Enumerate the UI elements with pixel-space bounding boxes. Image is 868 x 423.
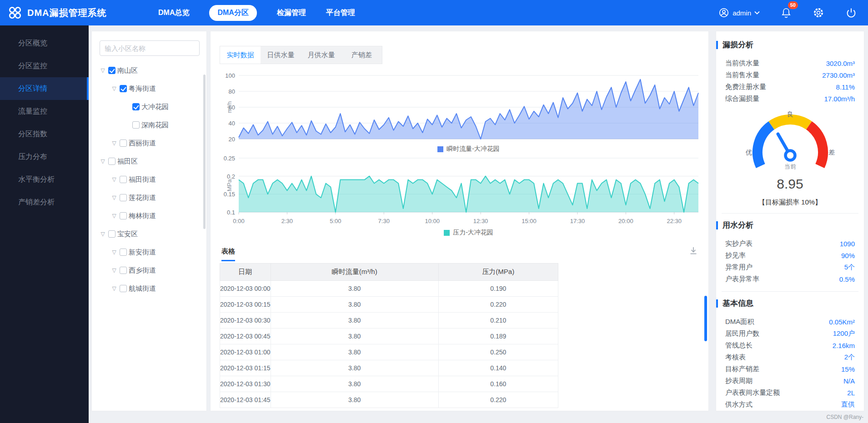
info-label: 管线总长 — [725, 341, 753, 350]
caret-down-icon[interactable]: ▽ — [111, 285, 117, 292]
tree-node-10[interactable]: ▽新安街道 — [92, 243, 206, 261]
tree-node-7[interactable]: ▽莲花街道 — [92, 189, 206, 207]
table-scrollbar[interactable] — [704, 296, 707, 341]
tree-node-label[interactable]: 新安街道 — [129, 248, 156, 257]
info-value: 2.16km — [833, 342, 855, 349]
nav-item-3[interactable]: 平台管理 — [326, 8, 355, 18]
tree-checkbox[interactable] — [120, 194, 127, 201]
info-label: 考核表 — [725, 353, 746, 362]
table-row: 2020-12-03 01:153.800.140 — [220, 360, 558, 376]
nav-item-1[interactable]: DMA分区 — [209, 5, 256, 21]
info-value: N/A — [843, 377, 855, 385]
tree-checkbox[interactable] — [120, 139, 127, 147]
tree-node-label[interactable]: 南山区 — [117, 66, 138, 75]
caret-down-icon[interactable]: ▽ — [111, 213, 117, 219]
tree-node-4[interactable]: ▽西丽街道 — [92, 134, 206, 152]
tree-checkbox[interactable] — [108, 230, 115, 238]
tree-node-6[interactable]: ▽福田街道 — [92, 170, 206, 189]
tree-checkbox[interactable] — [120, 212, 127, 219]
tree-node-0[interactable]: ▽南山区 — [92, 61, 206, 80]
tree-node-8[interactable]: ▽梅林街道 — [92, 207, 206, 225]
section-leak-analysis: 漏损分析 — [716, 40, 855, 50]
tree-checkbox[interactable] — [120, 85, 127, 92]
sidebar-item-1[interactable]: 分区监控 — [0, 55, 89, 77]
tree-node-label[interactable]: 福田区 — [117, 157, 138, 166]
user-menu[interactable]: admin — [718, 7, 760, 18]
sidebar-item-7[interactable]: 产销差分析 — [0, 191, 89, 214]
tree-node-label[interactable]: 莲花街道 — [129, 194, 156, 202]
download-icon[interactable] — [688, 246, 698, 258]
tree-node-label[interactable]: 深南花园 — [141, 121, 169, 129]
table-row: 2020-12-03 01:303.800.160 — [220, 376, 558, 392]
tree-node-label[interactable]: 大冲花园 — [141, 103, 169, 111]
sidebar-item-6[interactable]: 水平衡分析 — [0, 168, 89, 191]
search-input[interactable] — [100, 40, 200, 56]
notification-bell-icon[interactable]: 50 — [781, 7, 792, 19]
y-tick-label: 0.1 — [227, 209, 235, 216]
table-row: 2020-12-03 01:453.800.220 — [220, 392, 558, 408]
tree-checkbox[interactable] — [120, 285, 127, 292]
section-accent-bar — [716, 41, 718, 49]
tree-node-2[interactable]: 大冲花园 — [92, 98, 206, 116]
caret-down-icon[interactable]: ▽ — [100, 67, 106, 74]
tab-table[interactable]: 表格 — [221, 247, 235, 261]
sidebar-item-4[interactable]: 分区指数 — [0, 123, 89, 145]
caret-down-icon[interactable]: ▽ — [111, 140, 117, 146]
caret-down-icon[interactable]: ▽ — [111, 194, 117, 201]
sidebar-item-2[interactable]: 分区详情 — [0, 77, 89, 100]
sidebar-item-0[interactable]: 分区概览 — [0, 32, 89, 55]
table-cell: 2020-12-03 00:15 — [220, 297, 271, 313]
info-label: 户表异常率 — [725, 275, 759, 284]
top-navbar: DMA漏损管理系统 DMA总览DMA分区检漏管理平台管理 admin 50 — [0, 0, 868, 25]
caret-down-icon[interactable]: ▽ — [111, 176, 117, 183]
tree-checkbox[interactable] — [108, 67, 115, 74]
tab-1[interactable]: 日供水量 — [261, 46, 301, 64]
tree-node-label[interactable]: 航城街道 — [129, 284, 156, 293]
tree-node-12[interactable]: ▽航城街道 — [92, 279, 206, 298]
tree-node-label[interactable]: 西丽街道 — [129, 139, 156, 148]
table-cell: 2020-12-03 01:30 — [220, 376, 271, 392]
tree-node-label[interactable]: 粤海街道 — [129, 85, 156, 93]
tab-3[interactable]: 产销差 — [341, 46, 382, 64]
tree-checkbox[interactable] — [120, 267, 127, 274]
tree-node-1[interactable]: ▽粤海街道 — [92, 80, 206, 98]
tree-checkbox[interactable] — [132, 103, 140, 110]
tree-scrollbar[interactable] — [203, 75, 206, 229]
tree-checkbox[interactable] — [108, 158, 115, 165]
tree-node-11[interactable]: ▽西乡街道 — [92, 261, 206, 279]
y-tick-label: 60 — [229, 104, 235, 111]
info-value: 1090 — [840, 240, 855, 248]
section-title: 漏损分析 — [722, 40, 753, 50]
tree-node-label[interactable]: 宝安区 — [117, 230, 138, 239]
tree-node-label[interactable]: 梅林街道 — [129, 212, 156, 220]
user-avatar-icon — [718, 7, 729, 18]
sidebar-item-3[interactable]: 流量监控 — [0, 100, 89, 123]
tree-node-3[interactable]: 深南花园 — [92, 116, 206, 134]
tree-node-9[interactable]: ▽宝安区 — [92, 225, 206, 243]
tree-checkbox[interactable] — [120, 176, 127, 183]
caret-down-icon[interactable]: ▽ — [111, 267, 117, 274]
info-value: 17.00m³/h — [824, 95, 855, 103]
caret-down-icon[interactable]: ▽ — [111, 85, 117, 92]
tree-checkbox[interactable] — [120, 249, 127, 256]
tab-0[interactable]: 实时数据 — [220, 46, 261, 64]
tab-2[interactable]: 月供水量 — [301, 46, 341, 64]
settings-gear-icon[interactable] — [813, 7, 824, 19]
flow-chart-legend[interactable]: 瞬时流量-大冲花园 — [239, 145, 698, 153]
tree-node-5[interactable]: ▽福田区 — [92, 152, 206, 170]
nav-item-2[interactable]: 检漏管理 — [277, 8, 306, 18]
pressure-chart-legend[interactable]: 压力-大冲花园 — [239, 229, 698, 237]
tree-node-label[interactable]: 福田街道 — [129, 175, 156, 184]
gauge-target: 【目标漏损率 10%】 — [725, 198, 855, 207]
power-icon[interactable] — [845, 7, 857, 19]
sidebar-item-5[interactable]: 压力分布 — [0, 145, 89, 168]
info-label: 目标产销差 — [725, 365, 759, 373]
caret-down-icon[interactable]: ▽ — [111, 249, 117, 255]
caret-down-icon[interactable]: ▽ — [100, 158, 106, 164]
tree-node-label[interactable]: 西乡街道 — [129, 266, 156, 275]
nav-item-0[interactable]: DMA总览 — [158, 8, 189, 18]
tree-checkbox[interactable] — [132, 121, 140, 129]
caret-down-icon[interactable]: ▽ — [100, 231, 106, 237]
info-value: 2L — [847, 389, 855, 397]
x-tick-label: 15:00 — [522, 218, 537, 224]
